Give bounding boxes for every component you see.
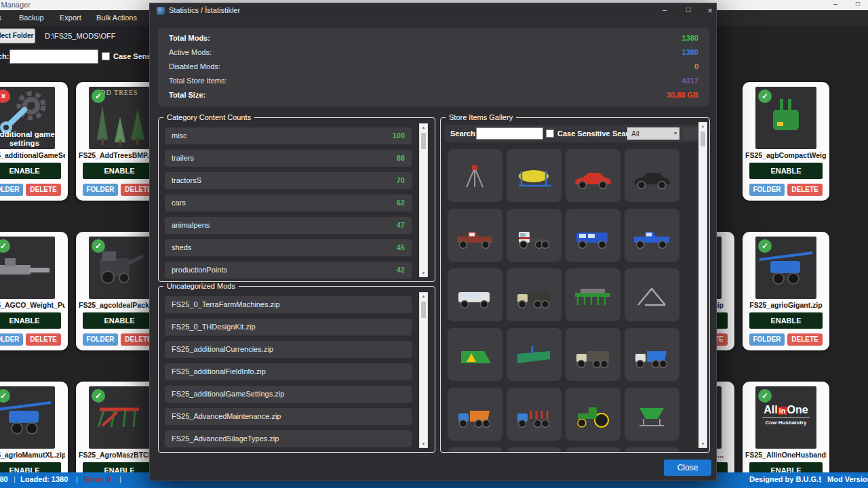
folder-button[interactable]: FOLDER bbox=[749, 184, 785, 196]
store-item-tile[interactable] bbox=[566, 149, 620, 202]
store-item-tile[interactable] bbox=[625, 388, 679, 441]
store-item-tile[interactable] bbox=[448, 268, 502, 321]
gallery-search-input[interactable] bbox=[476, 127, 543, 140]
delete-button[interactable]: DELETE bbox=[26, 333, 61, 346]
store-item-tile[interactable] bbox=[448, 328, 502, 381]
dialog-minimize-icon[interactable]: – bbox=[655, 5, 674, 14]
menu-export[interactable]: Export bbox=[60, 14, 81, 22]
uncategorized-row[interactable]: FS25_additionalCurrencies.zip bbox=[165, 341, 412, 358]
uncategorized-scrollbar[interactable]: ▲ ▼ bbox=[419, 292, 428, 448]
scrollbar-thumb[interactable] bbox=[421, 302, 426, 318]
search-in-dropdown[interactable]: All ▾ bbox=[627, 127, 679, 140]
enable-button[interactable]: ENABLE bbox=[749, 163, 823, 179]
uncategorized-mod-name: FS25_AdvancedSilageTypes.zip bbox=[172, 434, 279, 443]
scroll-up-icon[interactable]: ▲ bbox=[420, 294, 427, 298]
enable-button[interactable]: ENABLE bbox=[83, 163, 156, 179]
store-item-image bbox=[512, 283, 555, 310]
mod-thumbnail: ✓ bbox=[755, 237, 816, 299]
folder-button[interactable]: FOLDER bbox=[0, 184, 23, 196]
store-items-gallery-box: Search: Case Sensitive Search In: All ▾ … bbox=[440, 117, 710, 453]
store-item-tile[interactable] bbox=[507, 447, 561, 453]
app-maximize-icon[interactable]: □ bbox=[851, 0, 865, 7]
store-item-tile[interactable] bbox=[566, 268, 620, 321]
category-scrollbar[interactable]: ▲ ▼ bbox=[419, 123, 428, 277]
enable-button[interactable]: ENABLE bbox=[0, 163, 61, 179]
uncategorized-row[interactable]: FS25_AdvancedMaintenance.zip bbox=[165, 408, 412, 425]
dialog-maximize-icon[interactable]: □ bbox=[679, 5, 698, 14]
category-row[interactable]: animalpens47 bbox=[165, 217, 412, 234]
uncategorized-row[interactable]: FS25_0_TerraFarmMachines.zip bbox=[165, 296, 412, 313]
mod-thumbnail: ✓ bbox=[89, 386, 150, 449]
store-item-tile[interactable] bbox=[507, 209, 561, 262]
store-item-tile[interactable] bbox=[448, 388, 502, 441]
category-row[interactable]: sheds45 bbox=[165, 239, 412, 256]
delete-button[interactable]: DELETE bbox=[787, 184, 823, 196]
category-row[interactable]: trailers88 bbox=[165, 150, 412, 167]
delete-button[interactable]: DELETE bbox=[26, 184, 61, 196]
scrollbar-thumb[interactable] bbox=[421, 133, 426, 149]
uncategorized-row[interactable]: FS25_additionalFieldInfo.zip bbox=[165, 363, 412, 380]
store-item-image bbox=[630, 164, 673, 191]
category-name: sheds bbox=[172, 243, 191, 251]
category-row[interactable]: tractorsS70 bbox=[165, 172, 412, 189]
scroll-down-icon[interactable]: ▼ bbox=[420, 271, 427, 275]
category-count: 62 bbox=[397, 199, 405, 207]
menu-backup[interactable]: Backup bbox=[19, 14, 44, 22]
dialog-close-icon[interactable]: × bbox=[701, 5, 719, 16]
mod-thumbnail-caption: AllinOneCow Husbandry bbox=[755, 404, 816, 426]
store-item-tile[interactable] bbox=[448, 209, 502, 262]
store-item-tile[interactable] bbox=[566, 328, 620, 381]
category-name: tractorsS bbox=[172, 176, 201, 184]
store-item-tile[interactable] bbox=[625, 268, 679, 321]
enable-button[interactable]: ENABLE bbox=[83, 312, 156, 329]
scroll-up-icon[interactable]: ▲ bbox=[420, 125, 427, 129]
folder-button[interactable]: FOLDER bbox=[83, 333, 118, 346]
store-item-tile[interactable] bbox=[448, 149, 502, 202]
store-item-image bbox=[571, 343, 614, 370]
store-item-tile[interactable] bbox=[566, 447, 620, 453]
store-item-tile[interactable] bbox=[507, 328, 561, 381]
category-row[interactable]: cars62 bbox=[165, 195, 412, 211]
store-item-tile[interactable] bbox=[507, 388, 561, 441]
category-name: productionPoints bbox=[172, 266, 227, 274]
store-item-tile[interactable] bbox=[625, 447, 679, 453]
store-item-tile[interactable] bbox=[448, 447, 502, 453]
close-button[interactable]: Close bbox=[664, 460, 711, 476]
category-row[interactable]: productionPoints42 bbox=[165, 262, 412, 279]
store-item-image bbox=[453, 283, 496, 310]
menu-statistics[interactable]: Statistics bbox=[0, 14, 1, 22]
scroll-up-icon[interactable]: ▲ bbox=[699, 124, 707, 128]
uncategorized-row[interactable]: FS25_AdvancedSilageTypes.zip bbox=[165, 430, 412, 447]
enable-button[interactable]: ENABLE bbox=[749, 312, 823, 329]
app-minimize-icon[interactable]: – bbox=[829, 0, 842, 7]
scrollbar-thumb[interactable] bbox=[701, 131, 705, 146]
menu-bulk-actions[interactable]: Bulk Actions bbox=[96, 14, 137, 22]
store-item-tile[interactable] bbox=[507, 149, 561, 202]
stat-label: Total Size: bbox=[169, 91, 205, 99]
gallery-scrollbar[interactable]: ▲ ▼ bbox=[698, 122, 707, 448]
folder-button[interactable]: FOLDER bbox=[83, 184, 118, 196]
main-case-sensitive-checkbox[interactable] bbox=[102, 52, 110, 60]
store-item-tile[interactable] bbox=[625, 209, 679, 262]
folder-button[interactable]: FOLDER bbox=[0, 333, 23, 346]
mod-thumbnail: ✓ bbox=[89, 237, 150, 299]
category-row[interactable]: misc100 bbox=[165, 127, 412, 144]
select-folder-button[interactable]: Select Folder bbox=[0, 28, 35, 43]
scroll-down-icon[interactable]: ▼ bbox=[420, 442, 427, 446]
uncategorized-row[interactable]: FS25_0_THDesignKit.zip bbox=[165, 319, 412, 336]
store-item-tile[interactable] bbox=[566, 388, 620, 441]
folder-button[interactable]: FOLDER bbox=[749, 333, 785, 346]
scroll-down-icon[interactable]: ▼ bbox=[699, 442, 707, 446]
uncategorized-box-title: Uncategorized Mods bbox=[163, 282, 239, 290]
store-item-tile[interactable] bbox=[507, 268, 561, 321]
stat-value: 0 bbox=[694, 62, 698, 70]
gallery-case-sensitive-checkbox[interactable] bbox=[546, 129, 554, 138]
delete-button[interactable]: DELETE bbox=[787, 333, 823, 346]
main-search-input[interactable] bbox=[9, 49, 98, 64]
store-item-tile[interactable] bbox=[566, 209, 620, 262]
uncategorized-row[interactable]: FS25_additionalGameSettings.zip bbox=[165, 386, 412, 403]
store-item-tile[interactable] bbox=[625, 149, 679, 202]
stat-label: Disabled Mods: bbox=[169, 62, 220, 70]
store-item-tile[interactable] bbox=[625, 328, 679, 381]
enable-button[interactable]: ENABLE bbox=[0, 312, 61, 329]
